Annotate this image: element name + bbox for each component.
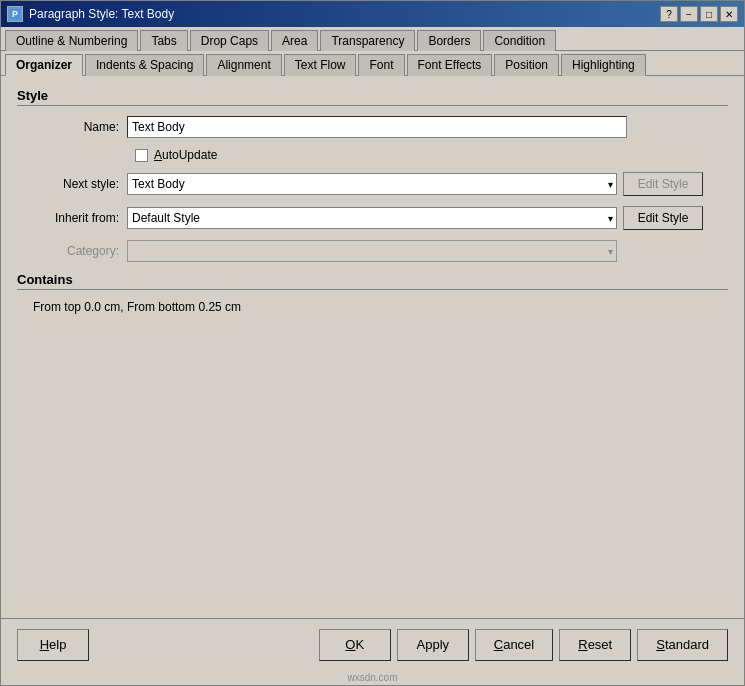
svg-text:P: P <box>12 9 18 19</box>
autoupdate-row: AutoUpdate <box>135 148 728 162</box>
category-select-wrapper <box>127 240 617 262</box>
category-select[interactable] <box>127 240 617 262</box>
close-btn[interactable]: ✕ <box>720 6 738 22</box>
footer-left: Help <box>17 629 89 661</box>
contains-text: From top 0.0 cm, From bottom 0.25 cm <box>17 300 728 314</box>
edit-style-btn-2[interactable]: Edit Style <box>623 206 703 230</box>
tab-font[interactable]: Font <box>358 54 404 76</box>
name-input[interactable] <box>127 116 627 138</box>
autoupdate-checkbox[interactable] <box>135 149 148 162</box>
tab-indents-spacing[interactable]: Indents & Spacing <box>85 54 204 76</box>
tab-position[interactable]: Position <box>494 54 559 76</box>
watermark: wxsdn.com <box>1 670 744 685</box>
style-section-title: Style <box>17 88 728 106</box>
next-style-select-wrapper: Text Body <box>127 173 617 195</box>
contains-section-title: Contains <box>17 272 728 290</box>
footer-right: OK Apply Cancel Reset Standard <box>319 629 728 661</box>
cancel-button[interactable]: Cancel <box>475 629 553 661</box>
next-style-select-group: Text Body Edit Style <box>127 172 728 196</box>
category-group: Category: <box>17 240 728 262</box>
autoupdate-label[interactable]: AutoUpdate <box>154 148 217 162</box>
inherit-from-label: Inherit from: <box>17 211 127 225</box>
tab-highlighting[interactable]: Highlighting <box>561 54 646 76</box>
help-button[interactable]: Help <box>17 629 89 661</box>
maximize-btn[interactable]: □ <box>700 6 718 22</box>
next-style-group: Next style: Text Body Edit Style <box>17 172 728 196</box>
inherit-from-group: Inherit from: Default Style Edit Style <box>17 206 728 230</box>
standard-button[interactable]: Standard <box>637 629 728 661</box>
footer: Help OK Apply Cancel Reset Standard <box>1 618 744 670</box>
next-style-label: Next style: <box>17 177 127 191</box>
app-icon: P <box>7 6 23 22</box>
titlebar-left: P Paragraph Style: Text Body <box>7 6 174 22</box>
tab-condition[interactable]: Condition <box>483 30 556 51</box>
category-select-group <box>127 240 728 262</box>
tab-transparency[interactable]: Transparency <box>320 30 415 51</box>
content-area: Style Name: AutoUpdate Next style: Text … <box>1 76 744 618</box>
inherit-from-select-group: Default Style Edit Style <box>127 206 728 230</box>
tab-alignment[interactable]: Alignment <box>206 54 281 76</box>
edit-style-btn-1[interactable]: Edit Style <box>623 172 703 196</box>
name-group: Name: <box>17 116 728 138</box>
tab-font-effects[interactable]: Font Effects <box>407 54 493 76</box>
dialog: P Paragraph Style: Text Body ? − □ ✕ Out… <box>0 0 745 686</box>
minimize-btn[interactable]: − <box>680 6 698 22</box>
tab-area[interactable]: Area <box>271 30 318 51</box>
tab-organizer[interactable]: Organizer <box>5 54 83 76</box>
dialog-title: Paragraph Style: Text Body <box>29 7 174 21</box>
reset-button[interactable]: Reset <box>559 629 631 661</box>
tab-outline-numbering[interactable]: Outline & Numbering <box>5 30 138 51</box>
tab-text-flow[interactable]: Text Flow <box>284 54 357 76</box>
inherit-from-select-wrapper: Default Style <box>127 207 617 229</box>
inherit-from-select[interactable]: Default Style <box>127 207 617 229</box>
category-label: Category: <box>17 244 127 258</box>
tab-borders[interactable]: Borders <box>417 30 481 51</box>
titlebar-controls: ? − □ ✕ <box>660 6 738 22</box>
tabs-row1: Outline & Numbering Tabs Drop Caps Area … <box>1 27 744 51</box>
tab-drop-caps[interactable]: Drop Caps <box>190 30 269 51</box>
ok-button[interactable]: OK <box>319 629 391 661</box>
tabs-row2: Organizer Indents & Spacing Alignment Te… <box>1 51 744 76</box>
next-style-select[interactable]: Text Body <box>127 173 617 195</box>
name-label: Name: <box>17 120 127 134</box>
help-icon-btn[interactable]: ? <box>660 6 678 22</box>
contains-section: Contains From top 0.0 cm, From bottom 0.… <box>17 272 728 314</box>
titlebar: P Paragraph Style: Text Body ? − □ ✕ <box>1 1 744 27</box>
apply-button[interactable]: Apply <box>397 629 469 661</box>
tab-tabs[interactable]: Tabs <box>140 30 187 51</box>
